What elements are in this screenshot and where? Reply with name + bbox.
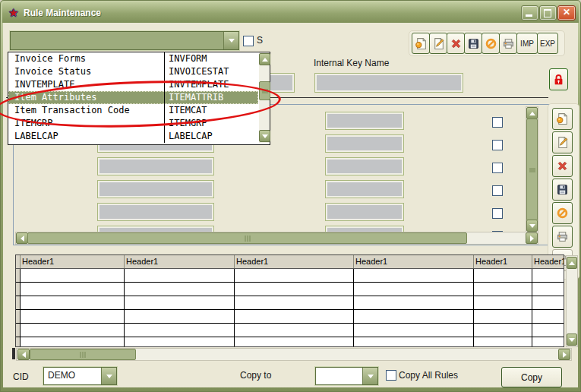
grid-cell[interactable] bbox=[235, 296, 354, 309]
grid-cell[interactable] bbox=[235, 337, 354, 347]
minimize-button[interactable] bbox=[521, 5, 538, 21]
dropdown-item[interactable]: Invoice FormsINVFORM bbox=[8, 52, 258, 65]
grid-cell[interactable] bbox=[125, 269, 235, 282]
detail-checkbox[interactable] bbox=[492, 185, 503, 196]
grid-cell[interactable] bbox=[235, 269, 354, 282]
grid-cell[interactable] bbox=[474, 269, 532, 282]
detail-field[interactable] bbox=[326, 181, 403, 198]
scroll-thumb[interactable] bbox=[259, 81, 270, 100]
grid-cell[interactable] bbox=[474, 324, 532, 337]
scroll-thumb[interactable] bbox=[526, 119, 538, 221]
grid-cell[interactable] bbox=[354, 324, 474, 337]
grid-cell[interactable] bbox=[125, 283, 235, 296]
grid-cell[interactable] bbox=[21, 310, 125, 323]
detail-field[interactable] bbox=[326, 112, 403, 129]
rule-selector-dropdown-button[interactable] bbox=[223, 32, 238, 49]
internal-key-name-field[interactable] bbox=[315, 74, 463, 92]
grid-cell[interactable] bbox=[532, 310, 564, 323]
panel-vertical-scrollbar[interactable] bbox=[526, 106, 538, 232]
new-button[interactable] bbox=[552, 108, 573, 130]
cid-combobox[interactable]: DEMO bbox=[43, 367, 117, 385]
grid-cell[interactable] bbox=[474, 283, 532, 296]
delete-button[interactable] bbox=[447, 33, 465, 54]
cid-dropdown-button[interactable] bbox=[101, 368, 116, 384]
copy-to-combobox[interactable] bbox=[315, 367, 378, 385]
cancel-button[interactable] bbox=[482, 33, 500, 54]
scroll-down-button[interactable] bbox=[259, 130, 270, 142]
grid-cell[interactable] bbox=[235, 310, 354, 323]
grid-cell[interactable] bbox=[532, 283, 564, 296]
grid-cell[interactable] bbox=[21, 296, 125, 309]
dropdown-item[interactable]: LABELCAPLABELCAP bbox=[8, 130, 258, 143]
dropdown-item[interactable]: Item AttributesITEMATTRIB bbox=[8, 91, 258, 104]
import-button[interactable]: IMP bbox=[516, 33, 538, 54]
grid-cell[interactable] bbox=[235, 283, 354, 296]
grid-cell[interactable] bbox=[125, 296, 235, 309]
detail-checkbox[interactable] bbox=[492, 117, 503, 128]
scroll-right-button[interactable] bbox=[558, 349, 570, 360]
grid-vertical-scrollbar[interactable] bbox=[566, 255, 578, 347]
table-row[interactable] bbox=[16, 337, 564, 347]
scroll-left-button[interactable] bbox=[16, 232, 28, 244]
grid-cell[interactable] bbox=[125, 310, 235, 323]
detail-field[interactable] bbox=[98, 181, 213, 198]
detail-field[interactable] bbox=[98, 158, 213, 175]
edit-button[interactable] bbox=[429, 33, 447, 54]
grid-cell[interactable] bbox=[125, 324, 235, 337]
close-button[interactable]: ✕ bbox=[557, 5, 576, 21]
grid-horizontal-scrollbar[interactable] bbox=[16, 348, 572, 361]
grid-cell[interactable] bbox=[21, 269, 125, 282]
grid-cell[interactable] bbox=[474, 296, 532, 309]
table-row[interactable] bbox=[16, 310, 564, 324]
grid-cell[interactable] bbox=[532, 296, 564, 309]
cancel-button[interactable] bbox=[552, 202, 573, 224]
detail-checkbox[interactable] bbox=[492, 163, 503, 173]
grid-cell[interactable] bbox=[532, 269, 564, 282]
scroll-down-button[interactable] bbox=[526, 220, 538, 232]
grid-cell[interactable] bbox=[354, 283, 474, 296]
grid-cell[interactable] bbox=[125, 337, 235, 347]
copy-button[interactable]: Copy bbox=[501, 367, 562, 387]
lock-button[interactable] bbox=[549, 68, 568, 90]
print-button[interactable] bbox=[552, 226, 573, 248]
dropdown-item[interactable]: INVTEMPLATEINVTEMPLATE bbox=[8, 78, 258, 91]
copy-to-dropdown-button[interactable] bbox=[362, 368, 377, 384]
grid-cell[interactable] bbox=[354, 337, 474, 347]
detail-checkbox[interactable] bbox=[492, 208, 503, 219]
table-row[interactable] bbox=[16, 296, 564, 310]
edit-button[interactable] bbox=[552, 131, 573, 153]
table-row[interactable] bbox=[16, 324, 564, 337]
s-checkbox[interactable] bbox=[243, 36, 254, 46]
grid-cell[interactable] bbox=[532, 324, 564, 337]
dropdown-item[interactable]: Item Transaction CodeITEMCAT bbox=[8, 104, 258, 117]
grid-cell[interactable] bbox=[235, 324, 354, 337]
export-button[interactable]: EXP bbox=[537, 33, 558, 54]
dropdown-item[interactable]: Invoice StatusINVOICESTAT bbox=[8, 65, 258, 78]
detail-checkbox[interactable] bbox=[492, 140, 503, 150]
scroll-right-button[interactable] bbox=[526, 232, 538, 244]
grid-cell[interactable] bbox=[354, 296, 474, 309]
scroll-down-button[interactable] bbox=[567, 334, 577, 346]
scroll-thumb[interactable] bbox=[27, 232, 467, 244]
new-button[interactable] bbox=[412, 33, 430, 54]
table-row[interactable] bbox=[16, 283, 564, 296]
detail-field[interactable] bbox=[98, 204, 213, 220]
grid-cell[interactable] bbox=[532, 337, 564, 347]
detail-field[interactable] bbox=[326, 204, 403, 220]
save-button[interactable] bbox=[464, 33, 482, 54]
detail-field[interactable] bbox=[326, 135, 403, 152]
detail-field[interactable] bbox=[326, 158, 403, 175]
table-row[interactable] bbox=[16, 269, 564, 283]
scroll-up-button[interactable] bbox=[259, 53, 270, 65]
panel-horizontal-scrollbar[interactable] bbox=[15, 232, 538, 245]
grid-cell[interactable] bbox=[354, 269, 474, 282]
grid-cell[interactable] bbox=[474, 337, 532, 347]
scroll-up-button[interactable] bbox=[526, 107, 538, 119]
dropdown-item[interactable]: ITEMGRPITEMGRP bbox=[8, 117, 258, 130]
scroll-up-button[interactable] bbox=[567, 257, 577, 269]
scroll-thumb[interactable] bbox=[30, 349, 136, 360]
copy-all-rules-checkbox[interactable] bbox=[386, 370, 396, 381]
rule-selector-combobox[interactable] bbox=[10, 31, 239, 50]
grid-cell[interactable] bbox=[21, 324, 125, 337]
save-button[interactable] bbox=[552, 179, 573, 201]
